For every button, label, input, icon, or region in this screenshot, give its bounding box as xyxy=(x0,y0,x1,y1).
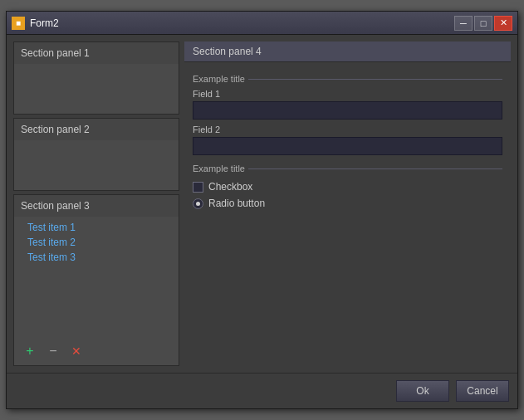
checkbox-row: Checkbox xyxy=(193,178,502,195)
list-item-3[interactable]: Test item 3 xyxy=(21,250,172,265)
field1-label: Field 1 xyxy=(193,89,502,99)
minimize-button[interactable]: ─ xyxy=(454,16,473,31)
checkbox-label: Checkbox xyxy=(208,181,252,193)
titlebar: ■ Form2 ─ □ ✕ xyxy=(7,12,517,35)
section-panel-3-header[interactable]: Section panel 3 xyxy=(14,195,179,217)
window-title: Form2 xyxy=(30,17,454,29)
close-button[interactable]: ✕ xyxy=(494,16,512,31)
radio-row: Radio button xyxy=(193,195,502,212)
left-panel: Section panel 1 Section panel 2 Section … xyxy=(13,42,179,366)
section-panel-1[interactable]: Section panel 1 xyxy=(13,42,179,115)
section-panel-2-body xyxy=(14,140,179,190)
section-panel-3-body: Test item 1 Test item 2 Test item 3 xyxy=(14,217,179,337)
content-area: Section panel 1 Section panel 2 Section … xyxy=(7,35,517,373)
radio-input[interactable] xyxy=(193,198,203,209)
section-panel-2-header: Section panel 2 xyxy=(14,119,179,140)
app-icon: ■ xyxy=(12,17,25,30)
section-panel-1-body xyxy=(14,64,179,114)
right-content: Example title Field 1 Field 2 Example ti… xyxy=(184,67,511,366)
list-item-1[interactable]: Test item 1 xyxy=(21,220,172,235)
delete-button[interactable]: ✕ xyxy=(67,342,86,360)
right-panel: Section panel 4 Example title Field 1 Fi… xyxy=(184,42,511,366)
remove-button[interactable]: − xyxy=(44,342,62,360)
section-panel-1-header: Section panel 1 xyxy=(14,42,179,64)
add-button[interactable]: + xyxy=(21,342,39,360)
group2-title: Example title xyxy=(193,164,502,173)
field1-input[interactable] xyxy=(193,101,502,120)
footer: Ok Cancel xyxy=(7,373,517,408)
section-panel-3: Section panel 3 Test item 1 Test item 2 … xyxy=(13,194,179,366)
checkbox-input[interactable] xyxy=(193,182,203,193)
radio-label: Radio button xyxy=(208,198,265,209)
list-item-2[interactable]: Test item 2 xyxy=(21,235,172,250)
maximize-button[interactable]: □ xyxy=(474,16,492,31)
titlebar-buttons: ─ □ ✕ xyxy=(454,16,512,31)
ok-button[interactable]: Ok xyxy=(396,380,449,402)
right-section-header: Section panel 4 xyxy=(184,42,511,62)
cancel-button[interactable]: Cancel xyxy=(456,380,509,402)
left-toolbar: + − ✕ xyxy=(14,337,179,365)
group1-title: Example title xyxy=(193,74,502,84)
field2-label: Field 2 xyxy=(193,125,502,134)
main-window: ■ Form2 ─ □ ✕ Section panel 1 Section pa… xyxy=(6,11,518,409)
section-panel-2[interactable]: Section panel 2 xyxy=(13,118,179,191)
radio-dot xyxy=(196,202,200,206)
field2-input[interactable] xyxy=(193,137,502,155)
